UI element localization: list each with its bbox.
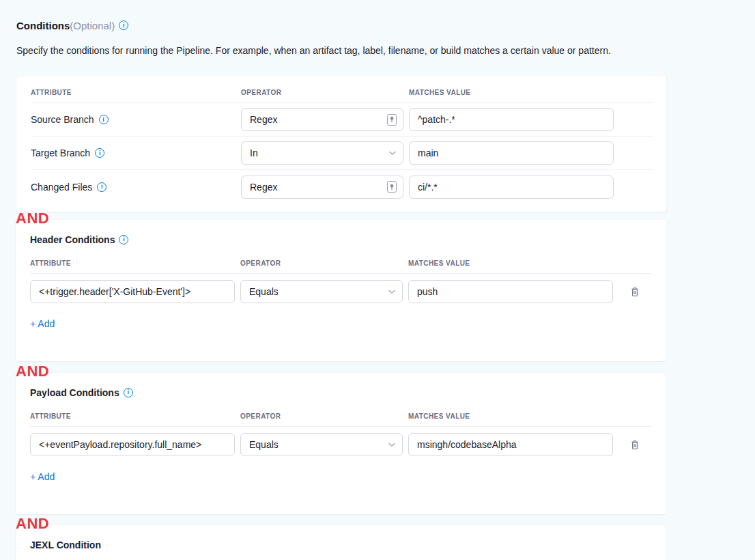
delete-row-button[interactable] <box>624 281 646 303</box>
column-header-attribute: ATTRIBUTE <box>31 89 236 96</box>
add-header-condition-link[interactable]: + Add <box>30 318 55 329</box>
changed-files-label: Changed Files <box>31 182 236 193</box>
table-header-row: ATTRIBUTE OPERATOR MATCHES VALUE <box>30 245 651 274</box>
source-branch-operator-select[interactable]: Regex <box>241 108 403 131</box>
optional-label: (Optional) <box>70 20 115 31</box>
column-header-matches-value: MATCHES VALUE <box>409 89 614 96</box>
payload-conditions-title-row: Payload Conditions <box>30 373 651 398</box>
card-bottom-spacer <box>31 204 652 212</box>
column-header-matches-value: MATCHES VALUE <box>408 412 613 420</box>
info-icon[interactable] <box>99 115 109 124</box>
source-branch-label: Source Branch <box>31 114 236 125</box>
target-branch-value-input[interactable] <box>409 141 614 165</box>
chevron-down-icon <box>388 150 397 156</box>
payload-operator-select[interactable]: Equals <box>240 433 403 456</box>
table-row: Equals <box>30 274 651 309</box>
table-header-row: ATTRIBUTE OPERATOR MATCHES VALUE <box>31 76 652 103</box>
branch-conditions-card: ATTRIBUTE OPERATOR MATCHES VALUE Source … <box>16 76 666 212</box>
payload-value-input[interactable] <box>408 433 613 456</box>
attribute-label-text: Source Branch <box>31 114 94 125</box>
column-header-operator: OPERATOR <box>241 89 403 96</box>
conditions-heading: Conditions (Optional) <box>16 19 755 31</box>
table-header-row: ATTRIBUTE OPERATOR MATCHES VALUE <box>30 398 651 427</box>
column-header-matches-value: MATCHES VALUE <box>408 260 613 267</box>
jexl-title-row: JEXL Condition <box>30 525 651 550</box>
trash-icon <box>630 286 640 297</box>
changed-files-value-input[interactable] <box>409 176 614 199</box>
attribute-label-text: Target Branch <box>31 148 90 158</box>
and-separator: AND <box>16 363 49 380</box>
add-payload-condition-link[interactable]: + Add <box>30 471 55 482</box>
info-icon[interactable] <box>119 20 128 30</box>
column-header-operator: OPERATOR <box>240 412 403 420</box>
payload-attribute-input[interactable] <box>30 433 235 456</box>
section-title: Payload Conditions <box>30 387 119 398</box>
header-conditions-title-row: Header Conditions <box>30 220 651 245</box>
chevron-down-icon <box>388 442 396 447</box>
column-header-operator: OPERATOR <box>240 260 403 267</box>
info-icon[interactable] <box>119 235 128 244</box>
column-header-spacer <box>619 89 652 96</box>
table-row: Equals <box>30 427 651 462</box>
header-value-input[interactable] <box>408 280 613 303</box>
table-row: Target Branch In <box>31 137 652 170</box>
operator-value: Equals <box>249 439 279 450</box>
attribute-label-text: Changed Files <box>31 182 92 193</box>
card-bottom-spacer <box>30 483 651 514</box>
section-title: JEXL Condition <box>30 540 101 550</box>
table-row: Changed Files Regex <box>31 170 652 204</box>
operator-value: In <box>250 148 258 158</box>
trash-icon <box>630 439 640 450</box>
operator-value: Equals <box>249 286 279 297</box>
column-header-spacer <box>618 260 651 267</box>
header-conditions-card: Header Conditions ATTRIBUTE OPERATOR MAT… <box>16 220 666 361</box>
changed-files-operator-select[interactable]: Regex <box>241 176 403 199</box>
and-separator: AND <box>16 210 49 227</box>
chevron-down-icon <box>388 289 396 294</box>
info-icon[interactable] <box>124 388 133 397</box>
card-bottom-spacer <box>30 330 651 361</box>
fixed-input-icon[interactable] <box>387 181 397 193</box>
payload-conditions-card: Payload Conditions ATTRIBUTE OPERATOR MA… <box>16 373 666 514</box>
operator-value: Regex <box>250 182 277 193</box>
column-header-attribute: ATTRIBUTE <box>30 260 235 267</box>
column-header-spacer <box>618 412 651 420</box>
page-title: Conditions <box>16 20 70 31</box>
header-operator-select[interactable]: Equals <box>240 280 403 303</box>
column-header-attribute: ATTRIBUTE <box>30 412 235 420</box>
info-icon[interactable] <box>97 182 106 192</box>
delete-row-button[interactable] <box>624 434 646 456</box>
table-row: Source Branch Regex <box>31 103 652 137</box>
target-branch-label: Target Branch <box>31 148 236 158</box>
section-title: Header Conditions <box>30 234 115 245</box>
info-icon[interactable] <box>95 148 104 158</box>
jexl-condition-card: JEXL Condition <+eventPayload.repository… <box>16 525 666 560</box>
and-separator: AND <box>16 516 49 532</box>
page-description: Specify the conditions for running the P… <box>16 44 755 57</box>
header-attribute-input[interactable] <box>30 280 235 303</box>
operator-value: Regex <box>250 114 277 125</box>
source-branch-value-input[interactable] <box>409 108 614 131</box>
fixed-input-icon[interactable] <box>387 114 397 126</box>
target-branch-operator-select[interactable]: In <box>241 141 403 165</box>
